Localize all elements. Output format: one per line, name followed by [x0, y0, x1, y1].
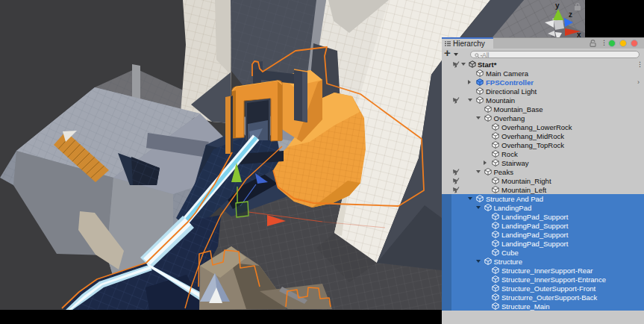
svg-text:z: z: [569, 10, 572, 19]
svg-text:y: y: [555, 1, 560, 10]
